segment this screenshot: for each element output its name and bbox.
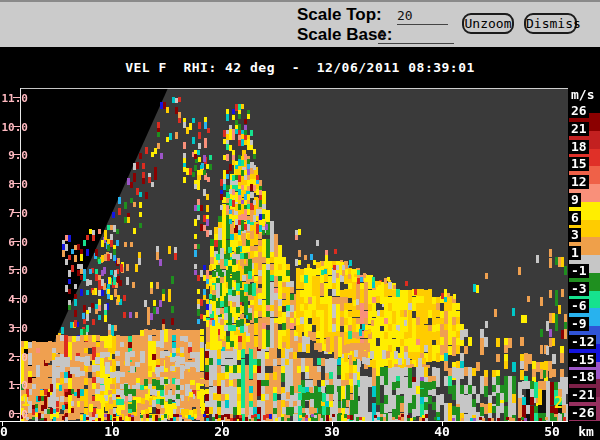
y-axis-line [20,88,21,422]
colorbar-label: 26 [569,104,589,118]
colorbar-label: 1 [569,246,581,260]
y-tick-label: 2.0 [0,350,28,363]
y-tick-label: 10.0 [0,120,28,133]
x-tick-label: 0 [0,424,8,439]
colorbar-label: -3 [569,282,589,296]
plot-title: VEL F RHI: 42 deg - 12/06/2011 08:39:01 [0,60,600,75]
y-tick-label: 7.0 [0,206,28,219]
y-tick-label: 9.0 [0,149,28,162]
colorbar-label: -18 [569,370,596,384]
toolbar: Scale Top: 20 Scale Base: 0 Unzoom Dismi… [0,0,600,47]
colorbar-label: -9 [569,317,589,331]
colorbar-label: -12 [569,335,596,349]
colorbar-label: -15 [569,353,596,367]
colorbar-unit-label: m/s [571,87,594,102]
y-tick-label: 1.0 [0,379,28,392]
colorbar-label: 15 [569,157,589,171]
scale-base-input[interactable]: 0 [378,27,454,44]
y-tick-label: 8.0 [0,178,28,191]
x-tick-label: 50 [544,424,560,439]
x-axis-unit-label: km [578,424,594,439]
colorbar-label: -21 [569,388,596,402]
colorbar-label: 18 [569,140,589,154]
colorbar-label: -1 [569,264,589,278]
colorbar-label: 21 [569,122,589,136]
colorbar-label: 9 [569,193,581,207]
y-tick-label: 11.0 [0,91,28,104]
beam-number-label: 2 [554,396,563,411]
y-tick-label: 4.0 [0,293,28,306]
scale-top-input[interactable]: 20 [397,8,448,25]
plot-top-border [20,88,568,89]
colorbar-label: 12 [569,175,589,189]
y-tick-label: 3.0 [0,321,28,334]
colorbar-label: 3 [569,228,581,242]
x-tick-label: 40 [434,424,450,439]
x-tick-label: 20 [214,424,230,439]
y-tick-label: 5.0 [0,264,28,277]
colorbar-label: -26 [569,406,596,420]
dismiss-button[interactable]: Dismiss [524,13,577,34]
x-tick-label: 30 [324,424,340,439]
x-tick-label: 10 [104,424,120,439]
beam-number-label: 1 [21,394,30,409]
unzoom-button[interactable]: Unzoom [462,13,514,34]
rhi-display-window: Scale Top: 20 Scale Base: 0 Unzoom Dismi… [0,0,600,440]
colorbar-label: -6 [569,299,589,313]
y-tick-label: 6.0 [0,235,28,248]
x-axis-line [0,421,568,422]
rhi-plot-canvas[interactable] [20,88,568,421]
scale-top-label: Scale Top: [297,5,382,25]
colorbar-label: 6 [569,211,581,225]
